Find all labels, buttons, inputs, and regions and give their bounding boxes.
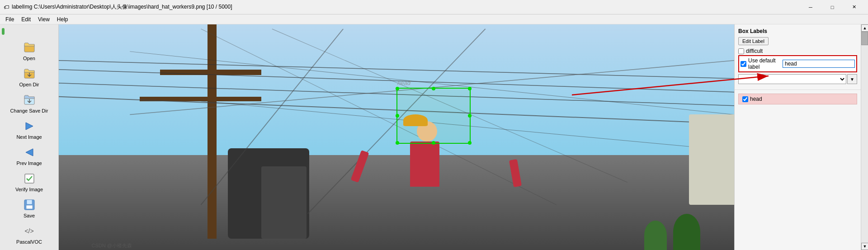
right-panel: Box Labels Edit Label difficult Use defa… xyxy=(734,24,861,250)
progress-bar xyxy=(2,28,5,35)
prev-image-label: Prev Image xyxy=(16,160,42,166)
wires-svg xyxy=(59,24,734,250)
save-button[interactable]: Save xyxy=(2,196,57,220)
svg-marker-3 xyxy=(26,123,33,130)
svg-rect-7 xyxy=(27,200,32,204)
open-dir-icon xyxy=(22,66,37,81)
difficult-label: difficult xyxy=(746,48,763,54)
svg-line-19 xyxy=(272,29,627,182)
maximize-button[interactable]: □ xyxy=(822,0,843,14)
statusbar: CSDN @小楼先森 xyxy=(0,241,136,250)
titlebar-title: labelImg C:\Users\Administrator\Desktop\… xyxy=(12,3,232,11)
save-label: Save xyxy=(24,213,35,218)
use-default-label-checkbox[interactable] xyxy=(741,61,746,67)
prev-image-button[interactable]: Prev Image xyxy=(2,143,57,168)
dropdown-arrow-button[interactable]: ▼ xyxy=(847,74,857,84)
titlebar-left: 🏷 labelImg C:\Users\Administrator\Deskto… xyxy=(4,3,232,11)
worker-body xyxy=(410,142,439,187)
svg-line-13 xyxy=(130,52,734,115)
default-label-row: Use default label xyxy=(738,55,857,72)
next-image-button[interactable]: Next Image xyxy=(2,117,57,142)
menu-view[interactable]: View xyxy=(34,15,53,24)
svg-rect-8 xyxy=(26,205,33,209)
tree2 xyxy=(644,221,667,250)
change-save-dir-label: Change Save Dir xyxy=(10,108,48,113)
open-icon xyxy=(22,40,37,55)
main-layout: Open Open Dir Change Save Dir xyxy=(0,24,868,250)
default-label-input[interactable] xyxy=(783,60,855,68)
edit-label-row: Edit Label xyxy=(738,37,857,45)
head-label-checkbox[interactable] xyxy=(742,96,748,102)
credit-text: CSDN @小楼先森 xyxy=(92,242,132,249)
right-scrollbar: ▲ ▼ xyxy=(861,24,868,250)
worker2-body xyxy=(689,114,734,205)
difficult-checkbox[interactable] xyxy=(738,48,744,54)
open-dir-label: Open Dir xyxy=(19,82,39,87)
toolbar: Open Open Dir Change Save Dir xyxy=(0,24,59,250)
head-label-text: head xyxy=(750,96,762,102)
menubar: File Edit View Help xyxy=(0,14,868,24)
pascal-voc-icon: </> xyxy=(22,224,37,238)
menu-file[interactable]: File xyxy=(2,15,18,24)
box-labels-section: Box Labels Edit Label difficult Use defa… xyxy=(735,24,861,90)
use-default-label-text: Use default label xyxy=(748,57,781,70)
canvas-area[interactable]: head xyxy=(59,24,734,250)
svg-line-14 xyxy=(130,61,734,115)
titlebar: 🏷 labelImg C:\Users\Administrator\Deskto… xyxy=(0,0,868,14)
scrollbar-up-button[interactable]: ▲ xyxy=(861,24,868,32)
svg-line-10 xyxy=(59,70,734,92)
svg-line-11 xyxy=(59,83,734,106)
next-image-label: Next Image xyxy=(16,134,42,140)
scrollbar-down-button[interactable]: ▼ xyxy=(861,243,868,250)
tree1 xyxy=(673,214,700,250)
svg-line-17 xyxy=(307,29,485,214)
scrollbar-track xyxy=(861,32,868,243)
label-list-section: head xyxy=(735,90,861,250)
head-label-item[interactable]: head xyxy=(738,94,857,104)
close-button[interactable]: ✕ xyxy=(844,0,864,14)
next-image-icon xyxy=(22,119,37,133)
svg-line-12 xyxy=(59,97,734,124)
minimize-button[interactable]: ─ xyxy=(800,0,821,14)
worker-helmet xyxy=(403,114,428,126)
menu-help[interactable]: Help xyxy=(53,15,72,24)
dropdown-row: ▼ xyxy=(738,74,857,84)
titlebar-controls: ─ □ ✕ xyxy=(800,0,864,14)
edit-label-button[interactable]: Edit Label xyxy=(738,37,769,45)
scrollbar-thumb[interactable] xyxy=(861,32,868,45)
svg-line-16 xyxy=(201,29,344,205)
save-icon xyxy=(22,198,37,212)
verify-image-icon xyxy=(22,171,37,186)
change-save-dir-button[interactable]: Change Save Dir xyxy=(2,91,57,115)
open-button[interactable]: Open xyxy=(2,38,57,63)
prev-image-icon xyxy=(22,145,37,160)
box-labels-title: Box Labels xyxy=(738,28,857,34)
open-dir-button[interactable]: Open Dir xyxy=(2,65,57,89)
svg-line-15 xyxy=(201,101,734,151)
menu-edit[interactable]: Edit xyxy=(18,15,34,24)
svg-marker-4 xyxy=(26,149,33,156)
change-save-dir-icon xyxy=(22,93,37,107)
open-label: Open xyxy=(23,56,35,61)
svg-line-18 xyxy=(201,29,557,205)
difficult-row: difficult xyxy=(738,47,857,55)
verify-image-label: Verify Image xyxy=(15,187,43,192)
app-icon: 🏷 xyxy=(4,4,9,10)
label-dropdown[interactable] xyxy=(738,74,846,84)
scene: head xyxy=(59,24,734,250)
verify-image-button[interactable]: Verify Image xyxy=(2,170,57,194)
